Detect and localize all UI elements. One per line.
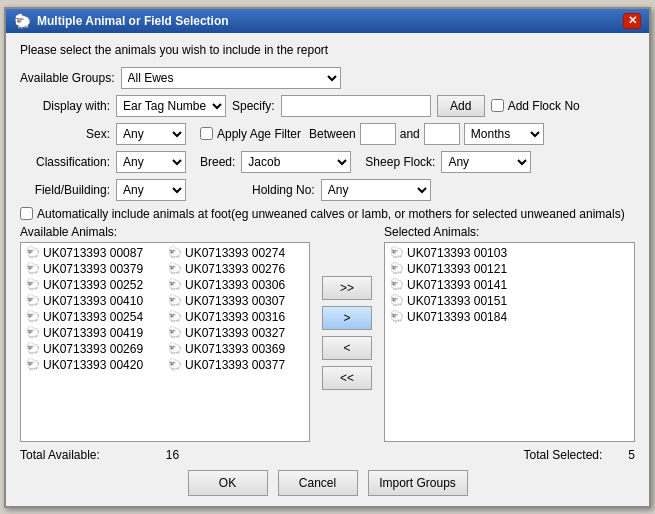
classification-select[interactable]: Any <box>116 151 186 173</box>
selected-animal-item[interactable]: 🐑UK0713393 00103 <box>387 245 632 261</box>
selected-animal-item[interactable]: 🐑UK0713393 00151 <box>387 293 632 309</box>
available-animal-item[interactable]: 🐑UK0713393 00316 <box>165 309 307 325</box>
selected-animals-list[interactable]: 🐑UK0713393 00103🐑UK0713393 00121🐑UK07133… <box>384 242 635 442</box>
transfer-all-right-button[interactable]: >> <box>322 276 372 300</box>
auto-include-label: Automatically include animals at foot(eg… <box>37 207 625 221</box>
available-animal-item[interactable]: 🐑UK0713393 00420 <box>23 357 165 373</box>
classification-breed-row: Classification: Any Breed: Jacob Sheep F… <box>20 151 635 173</box>
add-flock-no-label: Add Flock No <box>508 99 580 113</box>
and-label: and <box>400 127 420 141</box>
total-available-value: 16 <box>166 448 179 462</box>
age-max-input[interactable]: 0 <box>424 123 460 145</box>
available-animal-item[interactable]: 🐑UK0713393 00276 <box>165 261 307 277</box>
available-animal-item[interactable]: 🐑UK0713393 00419 <box>23 325 165 341</box>
app-icon: 🐑 <box>14 13 31 29</box>
specify-label: Specify: <box>232 99 275 113</box>
sex-label: Sex: <box>20 127 110 141</box>
main-window: 🐑 Multiple Animal or Field Selection ✕ P… <box>4 7 651 508</box>
available-animal-item[interactable]: 🐑UK0713393 00269 <box>23 341 165 357</box>
title-bar-left: 🐑 Multiple Animal or Field Selection <box>14 13 229 29</box>
import-groups-button[interactable]: Import Groups <box>368 470 468 496</box>
months-select[interactable]: Months <box>464 123 544 145</box>
auto-include-checkbox[interactable] <box>20 207 33 220</box>
available-animal-item[interactable]: 🐑UK0713393 00087 <box>23 245 165 261</box>
available-animals-label: Available Animals: <box>20 225 310 239</box>
available-animals-list[interactable]: 🐑UK0713393 00087🐑UK0713393 00274🐑UK07133… <box>20 242 310 442</box>
apply-age-filter-checkbox[interactable] <box>200 127 213 140</box>
available-animal-item[interactable]: 🐑UK0713393 00254 <box>23 309 165 325</box>
available-animal-item[interactable]: 🐑UK0713393 00307 <box>165 293 307 309</box>
sex-select[interactable]: Any <box>116 123 186 145</box>
window-title: Multiple Animal or Field Selection <box>37 14 229 28</box>
display-with-label: Display with: <box>20 99 110 113</box>
breed-label: Breed: <box>200 155 235 169</box>
specify-input[interactable] <box>281 95 431 117</box>
total-selected-section: Total Selected: 5 <box>524 448 635 462</box>
available-animal-item[interactable]: 🐑UK0713393 00410 <box>23 293 165 309</box>
selected-animals-wrapper: Selected Animals: 🐑UK0713393 00103🐑UK071… <box>384 225 635 442</box>
available-animal-item[interactable]: 🐑UK0713393 00369 <box>165 341 307 357</box>
available-animal-item[interactable]: 🐑UK0713393 00274 <box>165 245 307 261</box>
transfer-all-left-button[interactable]: << <box>322 366 372 390</box>
holding-no-label: Holding No: <box>252 183 315 197</box>
cancel-button[interactable]: Cancel <box>278 470 358 496</box>
available-animal-item[interactable]: 🐑UK0713393 00377 <box>165 357 307 373</box>
add-flock-no-checkbox[interactable] <box>491 99 504 112</box>
field-holding-row: Field/Building: Any Holding No: Any <box>20 179 635 201</box>
apply-age-filter-label: Apply Age Filter <box>217 127 301 141</box>
between-label: Between <box>309 127 356 141</box>
breed-select[interactable]: Jacob <box>241 151 351 173</box>
total-selected-label: Total Selected: <box>524 448 603 462</box>
footer-buttons: OK Cancel Import Groups <box>20 470 635 496</box>
sheep-flock-label: Sheep Flock: <box>365 155 435 169</box>
transfer-one-right-button[interactable]: > <box>322 306 372 330</box>
total-available-section: Total Available: 16 <box>20 448 179 462</box>
classification-label: Classification: <box>20 155 110 169</box>
add-flock-section: Add Flock No <box>491 99 580 113</box>
display-with-row: Display with: Ear Tag Number Specify: Ad… <box>20 95 635 117</box>
field-building-select[interactable]: Any <box>116 179 186 201</box>
title-bar: 🐑 Multiple Animal or Field Selection ✕ <box>6 9 649 33</box>
add-button[interactable]: Add <box>437 95 485 117</box>
ok-button[interactable]: OK <box>188 470 268 496</box>
available-animal-item[interactable]: 🐑UK0713393 00379 <box>23 261 165 277</box>
field-building-label: Field/Building: <box>20 183 110 197</box>
transfer-one-left-button[interactable]: < <box>322 336 372 360</box>
close-button[interactable]: ✕ <box>623 13 641 29</box>
content-area: Please select the animals you wish to in… <box>6 33 649 506</box>
selected-animals-label: Selected Animals: <box>384 225 635 239</box>
selected-animal-item[interactable]: 🐑UK0713393 00121 <box>387 261 632 277</box>
age-filter-row: Apply Age Filter Between 0 and 0 Months <box>200 123 544 145</box>
available-animal-item[interactable]: 🐑UK0713393 00327 <box>165 325 307 341</box>
available-groups-row: Available Groups: All Ewes <box>20 67 635 89</box>
selected-animal-item[interactable]: 🐑UK0713393 00184 <box>387 309 632 325</box>
available-groups-select[interactable]: All Ewes <box>121 67 341 89</box>
total-available-label: Total Available: <box>20 448 100 462</box>
age-min-input[interactable]: 0 <box>360 123 396 145</box>
sex-age-row: Sex: Any Apply Age Filter Between 0 and … <box>20 123 635 145</box>
transfer-buttons: >> > < << <box>318 225 376 442</box>
available-animal-item[interactable]: 🐑UK0713393 00252 <box>23 277 165 293</box>
subtitle-text: Please select the animals you wish to in… <box>20 43 635 57</box>
selected-animal-item[interactable]: 🐑UK0713393 00141 <box>387 277 632 293</box>
holding-no-select[interactable]: Any <box>321 179 431 201</box>
sheep-flock-select[interactable]: Any <box>441 151 531 173</box>
available-animal-item[interactable]: 🐑UK0713393 00306 <box>165 277 307 293</box>
available-animals-wrapper: Available Animals: 🐑UK0713393 00087🐑UK07… <box>20 225 310 442</box>
available-groups-label: Available Groups: <box>20 71 115 85</box>
total-selected-value: 5 <box>628 448 635 462</box>
display-with-select[interactable]: Ear Tag Number <box>116 95 226 117</box>
totals-row: Total Available: 16 Total Selected: 5 <box>20 448 635 462</box>
animal-section: Available Animals: 🐑UK0713393 00087🐑UK07… <box>20 225 635 442</box>
auto-include-row: Automatically include animals at foot(eg… <box>20 207 635 221</box>
